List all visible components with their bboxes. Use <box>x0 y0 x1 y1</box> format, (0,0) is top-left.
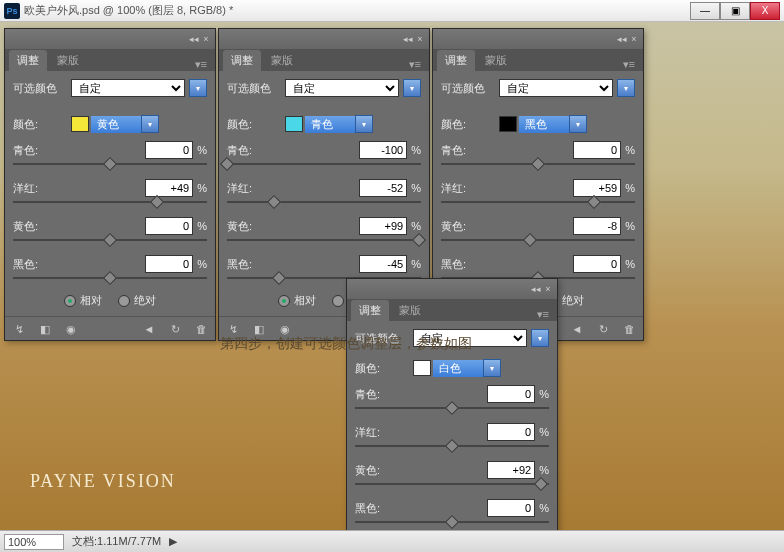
tab-mask[interactable]: 蒙版 <box>49 50 87 71</box>
selective-color-panel-4: ◂◂× 调整蒙版▾≡ 可选颜色自定▾ 颜色:白色▾ 青色:% 洋红:% 黄色:%… <box>346 278 558 546</box>
trash-icon[interactable]: 🗑 <box>621 321 637 337</box>
yellow-slider[interactable] <box>355 483 549 485</box>
color-select[interactable]: 黄色 ▾ <box>71 115 159 133</box>
collapse-icon[interactable]: ◂◂ <box>617 34 627 44</box>
black-slider[interactable] <box>355 521 549 523</box>
black-input[interactable] <box>487 499 535 517</box>
tab-mask[interactable]: 蒙版 <box>477 50 515 71</box>
color-label: 颜色: <box>13 117 67 132</box>
window-title: 欧美户外风.psd @ 100% (图层 8, RGB/8) * <box>24 3 690 18</box>
preset-select[interactable]: 自定 <box>71 79 185 97</box>
panel-header[interactable]: ◂◂× <box>5 29 215 49</box>
panel-header[interactable]: ◂◂× <box>219 29 429 49</box>
close-panel-icon[interactable]: × <box>415 34 425 44</box>
black-slider[interactable] <box>13 277 207 279</box>
eye-icon[interactable]: ◉ <box>63 321 79 337</box>
maximize-button[interactable]: ▣ <box>720 2 750 20</box>
panel-menu-icon[interactable]: ▾≡ <box>191 58 211 71</box>
tab-adjust[interactable]: 调整 <box>223 50 261 71</box>
close-panel-icon[interactable]: × <box>629 34 639 44</box>
link-icon[interactable]: ↯ <box>11 321 27 337</box>
cyan-slider[interactable] <box>227 163 421 165</box>
panel-header[interactable]: ◂◂× <box>433 29 643 49</box>
watermark: PAYNE VISION <box>30 471 176 492</box>
color-select[interactable]: 黑色▾ <box>499 115 587 133</box>
black-input[interactable] <box>145 255 193 273</box>
window-buttons: — ▣ X <box>690 2 780 20</box>
status-bar: 100% 文档:1.11M/7.77M ▶ <box>0 530 784 552</box>
color-swatch <box>71 116 89 132</box>
panel-menu-icon[interactable]: ▾≡ <box>619 58 639 71</box>
panel-footer: ↯ ◧ ◉ ◄ ↻ 🗑 <box>5 316 215 340</box>
yellow-input[interactable] <box>487 461 535 479</box>
cyan-slider[interactable] <box>355 407 549 409</box>
collapse-icon[interactable]: ◂◂ <box>189 34 199 44</box>
yellow-input[interactable] <box>145 217 193 235</box>
color-dropdown-icon[interactable]: ▾ <box>141 115 159 133</box>
yellow-input[interactable] <box>573 217 621 235</box>
collapse-icon[interactable]: ◂◂ <box>531 284 541 294</box>
magenta-label: 洋红: <box>13 181 145 196</box>
color-swatch <box>499 116 517 132</box>
title-bar: Ps 欧美户外风.psd @ 100% (图层 8, RGB/8) * — ▣ … <box>0 0 784 22</box>
yellow-input[interactable] <box>359 217 407 235</box>
magenta-input[interactable] <box>487 423 535 441</box>
cyan-input[interactable] <box>145 141 193 159</box>
reset-icon[interactable]: ↻ <box>595 321 611 337</box>
magenta-input[interactable] <box>573 179 621 197</box>
color-select[interactable]: 青色▾ <box>285 115 373 133</box>
cyan-slider[interactable] <box>13 163 207 165</box>
cyan-slider[interactable] <box>441 163 635 165</box>
tab-adjust[interactable]: 调整 <box>437 50 475 71</box>
zoom-input[interactable]: 100% <box>4 534 64 550</box>
preset-label: 可选颜色 <box>13 81 67 96</box>
yellow-slider[interactable] <box>13 239 207 241</box>
selective-color-panel-1: ◂◂× 调整 蒙版 ▾≡ 可选颜色 自定 ▾ 颜色: 黄色 ▾ 青色:% 洋红:… <box>4 28 216 341</box>
relative-radio[interactable]: 相对 <box>278 293 316 308</box>
collapse-icon[interactable]: ◂◂ <box>403 34 413 44</box>
reset-icon[interactable]: ↻ <box>167 321 183 337</box>
magenta-slider[interactable] <box>441 201 635 203</box>
yellow-label: 黄色: <box>13 219 145 234</box>
prev-icon[interactable]: ◄ <box>569 321 585 337</box>
color-select[interactable]: 白色▾ <box>413 359 501 377</box>
trash-icon[interactable]: 🗑 <box>193 321 209 337</box>
yellow-slider[interactable] <box>441 239 635 241</box>
close-panel-icon[interactable]: × <box>543 284 553 294</box>
tab-mask[interactable]: 蒙版 <box>391 300 429 321</box>
absolute-radio[interactable]: 绝对 <box>118 293 156 308</box>
magenta-slider[interactable] <box>13 201 207 203</box>
clip-icon[interactable]: ◧ <box>37 321 53 337</box>
minimize-button[interactable]: — <box>690 2 720 20</box>
prev-icon[interactable]: ◄ <box>141 321 157 337</box>
relative-radio[interactable]: 相对 <box>64 293 102 308</box>
preset-dropdown-icon[interactable]: ▾ <box>189 79 207 97</box>
color-name: 黄色 <box>91 116 141 133</box>
panel-tabs: 调整 蒙版 ▾≡ <box>5 49 215 71</box>
arrow-icon[interactable]: ▶ <box>169 535 177 548</box>
magenta-input[interactable] <box>359 179 407 197</box>
step-caption: 第四步，创建可选颜色调整层，参数如图 <box>220 335 472 353</box>
black-label: 黑色: <box>13 257 145 272</box>
preset-select[interactable]: 自定 <box>499 79 613 97</box>
tab-adjust[interactable]: 调整 <box>9 50 47 71</box>
close-panel-icon[interactable]: × <box>201 34 211 44</box>
black-input[interactable] <box>359 255 407 273</box>
black-input[interactable] <box>573 255 621 273</box>
panel-menu-icon[interactable]: ▾≡ <box>533 308 553 321</box>
close-button[interactable]: X <box>750 2 780 20</box>
magenta-input[interactable] <box>145 179 193 197</box>
cyan-input[interactable] <box>487 385 535 403</box>
color-swatch <box>413 360 431 376</box>
cyan-input[interactable] <box>359 141 407 159</box>
magenta-slider[interactable] <box>355 445 549 447</box>
preset-dropdown-icon[interactable]: ▾ <box>403 79 421 97</box>
yellow-slider[interactable] <box>227 239 421 241</box>
panel-header[interactable]: ◂◂× <box>347 279 557 299</box>
magenta-slider[interactable] <box>227 201 421 203</box>
tab-adjust[interactable]: 调整 <box>351 300 389 321</box>
panel-menu-icon[interactable]: ▾≡ <box>405 58 425 71</box>
cyan-input[interactable] <box>573 141 621 159</box>
tab-mask[interactable]: 蒙版 <box>263 50 301 71</box>
preset-select[interactable]: 自定 <box>285 79 399 97</box>
